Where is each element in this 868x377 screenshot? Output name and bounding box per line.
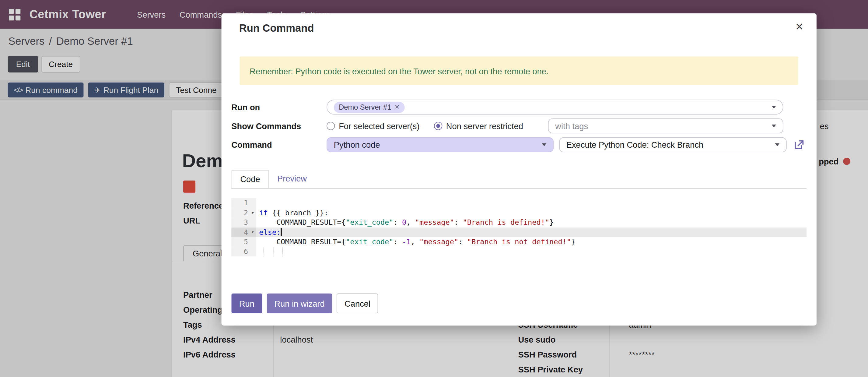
remove-tag-icon[interactable]: ✕ [395,104,400,111]
command-row: Command Python code Execute Python Code:… [231,137,807,152]
radio-non-server-restricted[interactable]: Non server restricted [434,121,523,130]
line-number-gutter: 3 [231,218,256,227]
editor-line: 6 [231,246,807,256]
code-editor-lines: 12▾if {{ branch }}:3 COMMAND_RESULT={"ex… [231,198,807,256]
radio-circle-icon [327,122,335,130]
editor-line: 2▾if {{ branch }}: [231,208,807,218]
close-icon[interactable]: × [796,20,803,33]
tab-preview[interactable]: Preview [269,170,315,188]
run-button[interactable]: Run [231,293,262,313]
line-number-gutter: 4▾ [231,227,256,237]
radio-for-selected-servers[interactable]: For selected server(s) [327,121,420,130]
line-number-gutter: 2▾ [231,208,256,218]
dialog-footer: Run Run in wizard Cancel [231,293,378,313]
command-value: Execute Python Code: Check Branch [566,140,703,149]
editor-tabs: Code Preview [231,170,807,189]
command-type-select[interactable]: Python code [327,137,554,152]
editor-line: 1 [231,198,807,208]
line-number-gutter: 6 [231,246,256,256]
radio-circle-icon [434,122,442,130]
editor-line: 5 COMMAND_RESULT={"exit_code": -1, "mess… [231,237,807,246]
run-command-dialog: Run Command × Remember: Python code is e… [222,13,816,325]
command-select[interactable]: Execute Python Code: Check Branch [559,137,787,152]
show-commands-radio-group: For selected server(s) Non server restri… [327,121,548,130]
radio-label: Non server restricted [446,121,523,130]
cancel-button[interactable]: Cancel [337,293,378,313]
run-on-tags-input[interactable]: Demo Server #1 ✕ [327,99,783,115]
radio-label: For selected server(s) [339,121,420,130]
python-warning-alert: Remember: Python code is executed on the… [240,56,798,85]
run-on-label: Run on [231,102,327,112]
show-commands-label: Show Commands [231,121,327,130]
dialog-title: Run Command [222,13,816,34]
dialog-body: Remember: Python code is executed on the… [222,56,816,256]
screen: Cetmix Tower Servers Commands Files Tool… [0,0,868,377]
fold-caret-icon[interactable]: ▾ [249,227,256,237]
server-tag-chip: Demo Server #1 ✕ [334,102,405,113]
server-tag-label: Demo Server #1 [339,103,391,111]
show-commands-row: Show Commands For selected server(s) Non… [231,118,807,134]
chevron-down-icon [542,143,547,146]
line-number-gutter: 5 [231,237,256,246]
line-number-gutter: 1 [231,198,256,208]
with-tags-placeholder: with tags [555,121,588,130]
chevron-down-icon[interactable] [772,106,776,108]
tab-code[interactable]: Code [231,170,269,188]
editor-line: 4▾else: [231,227,807,237]
command-type-value: Python code [334,140,380,149]
command-label: Command [231,140,327,149]
chevron-down-icon [775,143,779,146]
external-link-icon[interactable] [793,139,807,150]
run-command-form: Run on Demo Server #1 ✕ Show Commands [231,99,807,152]
text-cursor [281,228,281,236]
run-in-wizard-button[interactable]: Run in wizard [267,293,332,313]
fold-caret-icon[interactable]: ▾ [249,208,256,218]
code-editor[interactable]: 12▾if {{ branch }}:3 COMMAND_RESULT={"ex… [231,198,807,256]
editor-line: 3 COMMAND_RESULT={"exit_code": 0, "messa… [231,218,807,227]
run-on-row: Run on Demo Server #1 ✕ [231,99,807,115]
chevron-down-icon [772,124,776,127]
with-tags-select[interactable]: with tags [548,118,783,134]
